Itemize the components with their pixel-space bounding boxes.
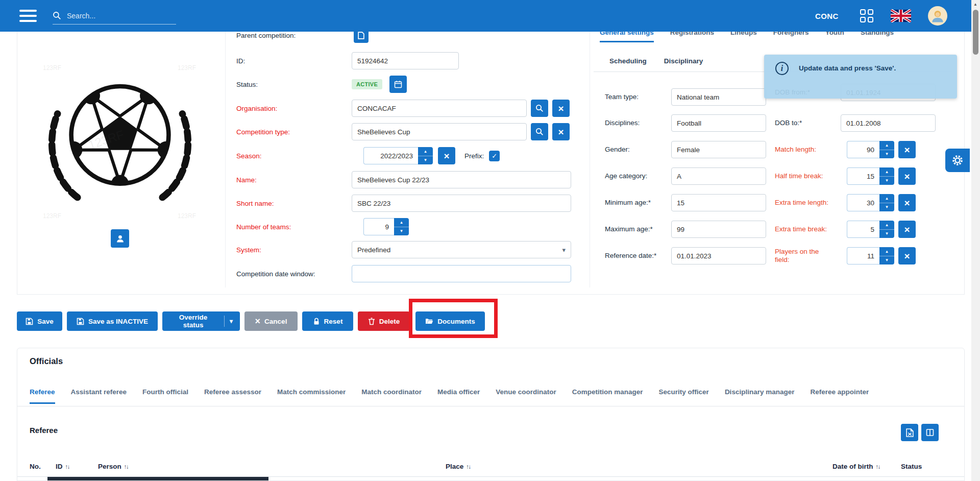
tab-disciplinary-manager[interactable]: Disciplinary manager xyxy=(725,388,795,404)
players-on-field-clear-button[interactable]: × xyxy=(898,247,916,264)
apps-grid-icon[interactable] xyxy=(860,9,873,22)
documents-button[interactable]: Documents xyxy=(415,311,485,331)
column-header-id[interactable]: ID↑↓ xyxy=(56,463,69,470)
match-length-input[interactable]: 90 xyxy=(847,141,879,158)
number-of-teams-input[interactable]: 9 xyxy=(363,218,394,235)
competition-type-search-button[interactable] xyxy=(531,123,548,140)
vertical-scrollbar[interactable]: ▲ xyxy=(971,0,980,481)
organisation-label: Organisation: xyxy=(236,105,352,112)
language-flag-uk[interactable] xyxy=(891,9,911,22)
tab-referee-appointer[interactable]: Referee appointer xyxy=(810,388,869,404)
delete-button[interactable]: Delete xyxy=(358,311,410,331)
organisation-input[interactable]: CONCACAF xyxy=(352,100,527,117)
settings-gear-button[interactable] xyxy=(945,149,970,172)
team-type-input[interactable]: National team xyxy=(671,88,766,106)
chevron-up-icon[interactable]: ▴ xyxy=(879,221,894,230)
organisation-search-button[interactable] xyxy=(531,100,548,117)
tab-match-commissioner[interactable]: Match commissioner xyxy=(277,388,346,404)
half-time-break-clear-button[interactable]: × xyxy=(898,167,916,185)
extra-time-length-clear-button[interactable]: × xyxy=(898,194,916,211)
disciplines-input[interactable]: Football xyxy=(671,114,766,132)
reference-date-label: Reference date:* xyxy=(605,252,660,260)
chevron-up-icon[interactable]: ▴ xyxy=(879,167,894,177)
column-header-person[interactable]: Person↑↓ xyxy=(98,463,128,470)
chevron-down-icon[interactable]: ▾ xyxy=(879,150,894,159)
players-on-field-input[interactable]: 11 xyxy=(847,247,879,264)
scroll-up-icon[interactable]: ▲ xyxy=(973,2,977,7)
tab-competition-manager[interactable]: Competition manager xyxy=(572,388,643,404)
chevron-up-icon[interactable]: ▴ xyxy=(879,194,894,203)
tab-disciplinary[interactable]: Disciplinary xyxy=(664,57,703,65)
id-input[interactable]: 51924642 xyxy=(352,52,459,69)
extra-time-break-stepper[interactable]: ▴ ▾ xyxy=(879,221,894,238)
season-stepper[interactable]: ▴ ▾ xyxy=(418,147,433,164)
tab-referee[interactable]: Referee xyxy=(30,388,55,404)
number-of-teams-stepper[interactable]: ▴ ▾ xyxy=(394,218,409,235)
extra-time-break-label: Extra time break: xyxy=(775,225,832,233)
prefix-checkbox[interactable]: ✓ xyxy=(489,151,500,161)
logo-person-button[interactable] xyxy=(111,229,129,248)
chevron-up-icon[interactable]: ▴ xyxy=(394,218,409,227)
extra-time-break-clear-button[interactable]: × xyxy=(898,221,916,238)
extra-time-break-input[interactable]: 5 xyxy=(847,221,879,238)
season-clear-button[interactable]: × xyxy=(438,147,455,164)
dob-to-input[interactable]: 01.01.2008 xyxy=(841,114,936,132)
tab-scheduling[interactable]: Scheduling xyxy=(609,57,647,65)
chevron-up-icon[interactable]: ▴ xyxy=(879,247,894,256)
column-header-place[interactable]: Place↑↓ xyxy=(446,463,471,470)
competition-type-clear-button[interactable]: × xyxy=(552,123,570,140)
system-select[interactable]: Predefined ▾ xyxy=(352,241,571,258)
chevron-up-icon[interactable]: ▴ xyxy=(418,147,433,156)
competition-type-input[interactable]: SheBelieves Cup xyxy=(352,123,527,140)
trash-icon xyxy=(368,318,375,325)
column-header-date-of-birth[interactable]: Date of birth↑↓ xyxy=(832,463,880,470)
field-disciplines: Disciplines: Football xyxy=(605,114,766,132)
date-window-input[interactable] xyxy=(352,265,571,282)
players-on-field-stepper[interactable]: ▴ ▾ xyxy=(879,247,894,264)
status-calendar-button[interactable] xyxy=(389,76,407,93)
tab-referee-assessor[interactable]: Referee assessor xyxy=(204,388,261,404)
tab-venue-coordinator[interactable]: Venue coordinator xyxy=(496,388,556,404)
export-file-button[interactable] xyxy=(901,424,918,441)
tab-assistant-referee[interactable]: Assistant referee xyxy=(71,388,127,404)
scrollbar-thumb[interactable] xyxy=(973,10,978,55)
name-input[interactable]: SheBelieves Cup 22/23 xyxy=(352,171,571,188)
tab-fourth-official[interactable]: Fourth official xyxy=(142,388,188,404)
chevron-up-icon[interactable]: ▴ xyxy=(879,141,894,150)
chevron-down-icon[interactable]: ▾ xyxy=(418,156,433,165)
close-icon: × xyxy=(904,251,910,261)
season-input[interactable]: 2022/2023 xyxy=(363,147,418,164)
reset-button[interactable]: Reset xyxy=(302,311,353,331)
chevron-down-icon[interactable]: ▾ xyxy=(879,256,894,265)
cancel-button[interactable]: × Cancel xyxy=(244,311,298,331)
organisation-clear-button[interactable]: × xyxy=(552,100,570,117)
override-status-button[interactable]: Override status ▾ xyxy=(162,311,240,331)
tab-media-officer[interactable]: Media officer xyxy=(437,388,480,404)
tab-security-officer[interactable]: Security officer xyxy=(659,388,709,404)
players-on-field-label: Players on the field: xyxy=(775,248,832,263)
age-category-input[interactable]: A xyxy=(671,167,766,185)
chevron-down-icon[interactable]: ▾ xyxy=(394,227,409,236)
chevron-down-icon[interactable]: ▾ xyxy=(879,177,894,185)
half-time-break-input[interactable]: 15 xyxy=(847,167,879,185)
menu-icon[interactable] xyxy=(19,10,37,22)
short-name-input[interactable]: SBC 22/23 xyxy=(352,195,571,212)
match-length-stepper[interactable]: ▴ ▾ xyxy=(879,141,894,158)
save-as-inactive-button[interactable]: Save as INACTIVE xyxy=(67,311,158,331)
extra-time-length-input[interactable]: 30 xyxy=(847,194,879,211)
gender-input[interactable]: Female xyxy=(671,141,766,158)
chevron-down-icon[interactable]: ▾ xyxy=(879,230,894,238)
save-button[interactable]: Save xyxy=(17,311,62,331)
maximum-age-input[interactable]: 99 xyxy=(671,221,766,238)
user-avatar[interactable] xyxy=(928,6,947,26)
minimum-age-input[interactable]: 15 xyxy=(671,194,766,211)
chevron-down-icon[interactable]: ▾ xyxy=(879,203,894,212)
match-length-clear-button[interactable]: × xyxy=(898,141,916,158)
half-time-break-stepper[interactable]: ▴ ▾ xyxy=(879,167,894,185)
search-input[interactable] xyxy=(66,11,158,20)
columns-button[interactable] xyxy=(921,424,939,441)
extra-time-length-stepper[interactable]: ▴ ▾ xyxy=(879,194,894,211)
organisation-code[interactable]: CONC xyxy=(815,0,839,32)
reference-date-input[interactable]: 01.01.2023 xyxy=(671,247,766,264)
tab-match-coordinator[interactable]: Match coordinator xyxy=(361,388,422,404)
